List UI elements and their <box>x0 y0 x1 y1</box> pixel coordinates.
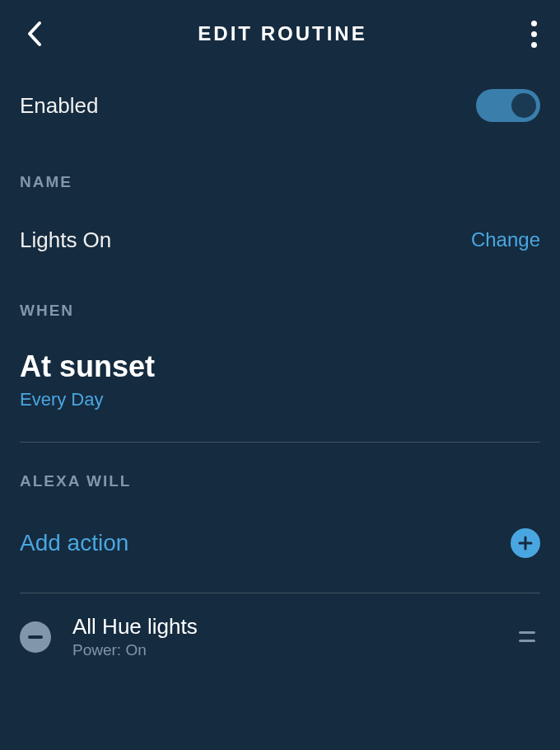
edit-routine-screen: EDIT ROUTINE Enabled NAME Lights On Chan… <box>0 0 560 750</box>
enabled-row: Enabled <box>20 68 540 143</box>
toggle-knob <box>511 93 536 118</box>
add-action-label: Add action <box>20 530 128 556</box>
overflow-menu-button[interactable] <box>507 17 540 50</box>
name-row: Lights On Change <box>20 198 540 272</box>
remove-action-button[interactable] <box>20 621 51 653</box>
drag-handle[interactable] <box>519 631 540 642</box>
action-title: All Hue lights <box>72 614 519 640</box>
action-item[interactable]: All Hue lights Power: On <box>20 593 540 676</box>
content-area: Enabled NAME Lights On Change WHEN At su… <box>0 68 560 750</box>
minus-icon <box>28 635 43 639</box>
plus-icon <box>517 535 534 551</box>
drag-handle-icon <box>519 631 535 634</box>
action-text: All Hue lights Power: On <box>51 614 519 659</box>
when-trigger-subtitle: Every Day <box>20 384 540 410</box>
when-trigger-title: At sunset <box>20 349 540 384</box>
enabled-toggle[interactable] <box>476 89 540 122</box>
name-section-header: NAME <box>20 143 540 198</box>
routine-name-value: Lights On <box>20 227 111 253</box>
back-button[interactable] <box>25 17 58 50</box>
change-name-link[interactable]: Change <box>471 228 540 251</box>
add-action-row[interactable]: Add action <box>20 497 540 584</box>
header-bar: EDIT ROUTINE <box>0 0 560 68</box>
add-action-button[interactable] <box>511 528 540 558</box>
drag-handle-icon <box>519 640 535 642</box>
alexa-will-section-header: ALEXA WILL <box>20 443 540 497</box>
chevron-left-icon <box>25 20 43 48</box>
page-title: EDIT ROUTINE <box>58 22 507 45</box>
when-section-header: WHEN <box>20 272 540 326</box>
kebab-menu-icon <box>531 21 540 48</box>
action-subtitle: Power: On <box>72 640 519 659</box>
enabled-label: Enabled <box>20 93 98 119</box>
when-trigger-block[interactable]: At sunset Every Day <box>20 326 540 434</box>
